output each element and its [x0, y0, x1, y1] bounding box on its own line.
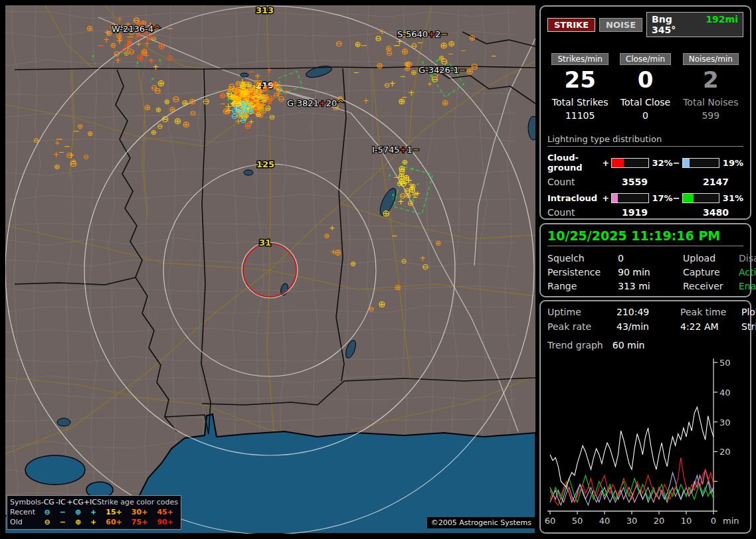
- trend-series-total-strike-rate: [550, 407, 713, 487]
- trend-panel: Uptime 210:49 Peak time Plot Peak rate 4…: [539, 300, 751, 534]
- strike-symbol: −: [72, 126, 80, 136]
- strike-symbol: ⊕: [151, 128, 157, 136]
- x-axis-tick-label: 60: [545, 516, 555, 526]
- strike-symbol: −: [353, 68, 359, 76]
- storm-tracker-label: W-2136-4^: [112, 24, 161, 34]
- strike-symbol: ⊖: [256, 87, 262, 96]
- strike-symbol: ⊕: [163, 98, 169, 106]
- noises-per-min-chip: Noises/min: [683, 53, 739, 65]
- strike-symbol: +: [389, 78, 395, 88]
- strike-symbol: ⊖: [368, 305, 374, 313]
- strike-symbol: ⊕: [401, 46, 409, 56]
- legend-old-row: Old ⊖ − ⊕ + 60+ 75+ 90+: [10, 517, 178, 527]
- strikes-per-min-value: 25: [547, 68, 613, 92]
- recent-pos-cg-icon: ⊕: [70, 507, 86, 517]
- x-axis-tick-label: 30: [626, 516, 638, 526]
- range-value: 313 mi: [618, 281, 683, 291]
- recent-neg-cg-icon: ⊖: [40, 507, 55, 517]
- storm-tracker-label: G-3821+20^: [287, 98, 344, 108]
- strike-symbol: ⊕: [378, 299, 386, 309]
- legend-recent-label: Recent: [10, 507, 40, 517]
- storm-tracker-label: I-5745+1−: [372, 145, 420, 155]
- strike-symbol: ⊕: [155, 106, 161, 114]
- strike-symbol: −: [490, 52, 496, 60]
- strike-symbol: ⊕: [435, 239, 441, 248]
- strike-symbol: ⊕: [124, 42, 130, 50]
- storm-tracker-label: G-3426-1−: [419, 65, 466, 75]
- intracloud-count-row: Count 1919 3480: [547, 207, 743, 218]
- strike-symbol: ⊖: [161, 114, 169, 124]
- strike-symbol: ⊕: [438, 54, 444, 62]
- age-75: 75+: [127, 517, 153, 527]
- strike-symbol: ⊕: [166, 52, 173, 62]
- strike-symbol: +: [329, 224, 335, 232]
- map-legend: Symbols -CG -IC +CG +IC Strike age color…: [7, 495, 181, 530]
- strike-symbol: +: [116, 36, 123, 46]
- strike-symbol: −: [393, 40, 400, 50]
- strike-toggle-button[interactable]: STRIKE: [547, 18, 595, 32]
- ic-negative-pct: 31%: [721, 193, 743, 203]
- noises-per-min-value: 2: [678, 68, 743, 92]
- total-strikes-value: 11105: [547, 110, 613, 121]
- strike-symbol: +: [114, 55, 122, 65]
- age-90: 90+: [152, 517, 178, 527]
- strike-symbol: +: [266, 66, 272, 75]
- total-close-value: 0: [613, 110, 678, 121]
- strike-symbol: +: [330, 248, 336, 256]
- minus-sign: −: [673, 158, 680, 168]
- close-per-min-value: 0: [613, 68, 678, 92]
- peak-rate-label: Peak rate: [547, 321, 616, 332]
- strike-symbol: ⊕: [266, 98, 272, 106]
- old-neg-cg-icon: ⊖: [40, 517, 55, 527]
- copyright-text: ©2005 Astrogenic Systems: [427, 517, 535, 528]
- noise-toggle-button[interactable]: NOISE: [599, 18, 642, 32]
- x-axis-unit-label: min: [723, 516, 739, 526]
- strike-symbol: ⊕: [466, 66, 473, 76]
- distribution-title: Lightning type distribution: [547, 134, 743, 147]
- strike-symbol: +: [407, 181, 413, 189]
- trend-window-value: 60 min: [613, 340, 645, 350]
- strike-symbol: −: [360, 40, 368, 50]
- strike-symbol: +: [116, 15, 123, 24]
- legend-symbols-title: Symbols: [10, 497, 41, 507]
- legend-col-pos-cg: +CG: [66, 497, 83, 507]
- x-axis-tick-label: 0: [711, 516, 716, 526]
- strike-symbol: ⊕: [157, 40, 165, 51]
- y-axis-tick-label: 20: [719, 447, 731, 457]
- capture-label: Capture: [683, 267, 739, 277]
- strike-symbol: ⊖: [399, 191, 406, 200]
- range-ring-label: 313: [256, 5, 274, 15]
- strike-symbol: ⊕: [350, 260, 356, 268]
- total-noises-label: Total Noises: [678, 97, 743, 108]
- peak-time-label: Peak time: [680, 307, 741, 317]
- capture-status: Active: [739, 267, 756, 277]
- old-neg-ic-icon: −: [55, 517, 70, 527]
- red-tracker-mark: <: [236, 104, 242, 112]
- strike-symbol: ⊖: [269, 113, 275, 121]
- strike-symbol: ⊕: [174, 116, 182, 126]
- strike-symbol: ⊕: [395, 283, 401, 292]
- strike-symbol: ⊕: [86, 23, 92, 33]
- strike-symbol: ⊕: [223, 106, 230, 116]
- old-pos-ic-icon: +: [86, 517, 101, 527]
- strike-symbol: ⊕: [382, 208, 390, 218]
- bearing-range: 192mi: [706, 14, 738, 35]
- legend-header-row: Symbols -CG -IC +CG +IC Strike age color…: [10, 497, 178, 507]
- red-tracker-mark: <: [240, 96, 246, 103]
- peak-time-value: 4:22 AM: [680, 321, 741, 332]
- strike-symbol: ⊕: [411, 68, 417, 77]
- cloud-ground-row: Cloud-ground + 32% − 19%: [547, 153, 743, 173]
- strike-symbol: +: [363, 96, 369, 106]
- lightning-map[interactable]: 31125219313⊕⊖+−−⊕−⊕−+⊕−+⊕⊖+⊕⊕+⊕+⊕+⊕+−−⊕⊖…: [5, 5, 535, 534]
- strike-symbol: +: [68, 150, 75, 160]
- red-tracker-mark: >: [251, 100, 256, 107]
- x-axis-tick-label: 20: [654, 516, 665, 526]
- app-window: 31125219313⊕⊖+−−⊕−⊕−+⊕−+⊕⊖+⊕⊕+⊕+⊕+⊕+−−⊕⊖…: [0, 0, 756, 539]
- strike-symbol: ⊖: [151, 83, 157, 92]
- plot-label: Plot: [741, 307, 756, 317]
- strike-symbol: ⊖: [203, 96, 210, 106]
- bearing-readout: Bng 345° 192mi: [646, 12, 743, 37]
- strike-symbol: ⊖: [335, 38, 342, 48]
- ic-negative-bar: [682, 193, 719, 203]
- total-strikes-label: Total Strikes: [547, 97, 613, 108]
